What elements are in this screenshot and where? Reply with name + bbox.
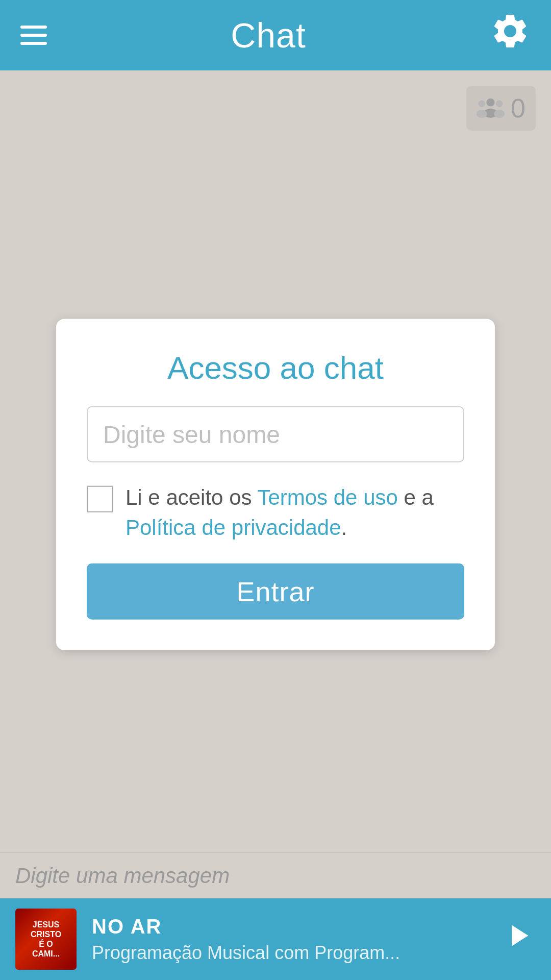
terms-prefix: Li e aceito os [126, 485, 257, 509]
page-title: Chat [231, 15, 306, 55]
group-icon [477, 97, 505, 120]
enter-button[interactable]: Entrar [87, 563, 464, 619]
terms-suffix: . [341, 516, 347, 540]
app-header: Chat [0, 0, 551, 70]
message-bar: Digite uma mensagem [0, 852, 551, 898]
main-content: 0 Acesso ao chat Li e aceito os Termos d… [0, 70, 551, 898]
now-playing-thumbnail: JESUSCRISTOÉ OCAMI... [15, 909, 77, 970]
svg-point-3 [477, 110, 487, 118]
svg-point-4 [496, 100, 503, 107]
play-button[interactable] [500, 918, 536, 961]
svg-point-5 [494, 110, 505, 118]
menu-button[interactable] [20, 26, 47, 45]
now-playing-description: Programação Musical com Program... [92, 942, 485, 964]
chat-access-card: Acesso ao chat Li e aceito os Termos de … [56, 319, 495, 650]
terms-middle: e a [398, 485, 434, 509]
now-playing-label: NO AR [92, 915, 485, 938]
now-playing-info: NO AR Programação Musical com Program... [92, 915, 485, 964]
thumbnail-text: JESUSCRISTOÉ OCAMI... [29, 918, 63, 961]
terms-checkbox[interactable] [87, 486, 113, 512]
terms-row: Li e aceito os Termos de uso e a Polític… [87, 483, 464, 543]
users-count-badge: 0 [466, 86, 536, 131]
online-users-count: 0 [511, 93, 525, 124]
settings-icon[interactable] [490, 11, 531, 60]
terms-of-use-link[interactable]: Termos de uso [257, 485, 397, 509]
message-input-placeholder[interactable]: Digite uma mensagem [15, 864, 230, 888]
svg-point-2 [479, 100, 485, 107]
now-playing-bar: JESUSCRISTOÉ OCAMI... NO AR Programação … [0, 898, 551, 980]
privacy-policy-link[interactable]: Política de privacidade [126, 516, 341, 540]
svg-point-0 [487, 98, 495, 106]
name-input[interactable] [87, 406, 464, 462]
card-title: Acesso ao chat [167, 350, 384, 386]
terms-text: Li e aceito os Termos de uso e a Polític… [126, 483, 464, 543]
